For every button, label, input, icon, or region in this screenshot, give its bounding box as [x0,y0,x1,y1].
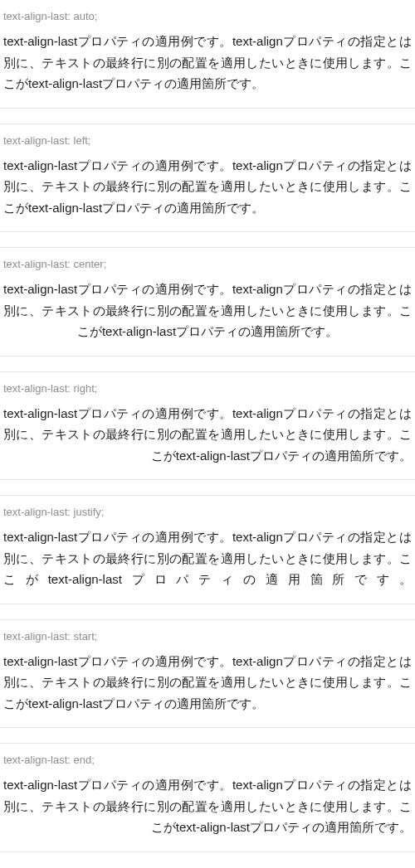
example-block: text-align-last: right;text-align-lastプロ… [0,371,415,481]
css-property-label: text-align-last: justify; [3,506,412,518]
css-property-label: text-align-last: start; [3,630,412,643]
css-property-label: text-align-last: end; [3,754,412,766]
sample-paragraph: text-align-lastプロパティの適用例です。text-alignプロパ… [3,774,412,838]
sample-paragraph: text-align-lastプロパティの適用例です。text-alignプロパ… [3,31,412,95]
css-property-label: text-align-last: left; [3,134,412,147]
example-block: text-align-last: justify;text-align-last… [0,495,415,604]
example-block: text-align-last: left;text-align-lastプロパ… [0,124,415,233]
sample-paragraph: text-align-lastプロパティの適用例です。text-alignプロパ… [3,155,412,219]
example-block: text-align-last: end;text-align-lastプロパテ… [0,743,415,852]
example-block: text-align-last: auto;text-align-lastプロパ… [0,0,415,109]
example-block: text-align-last: start;text-align-lastプロ… [0,619,415,729]
example-block: text-align-last: center;text-align-lastプ… [0,247,415,356]
sample-paragraph: text-align-lastプロパティの適用例です。text-alignプロパ… [3,526,412,590]
css-property-label: text-align-last: auto; [3,10,412,22]
css-property-label: text-align-last: right; [3,382,412,395]
examples-container: text-align-last: auto;text-align-lastプロパ… [0,0,415,852]
sample-paragraph: text-align-lastプロパティの適用例です。text-alignプロパ… [3,651,412,715]
sample-paragraph: text-align-lastプロパティの適用例です。text-alignプロパ… [3,279,412,342]
css-property-label: text-align-last: center; [3,258,412,270]
sample-paragraph: text-align-lastプロパティの適用例です。text-alignプロパ… [3,403,412,467]
